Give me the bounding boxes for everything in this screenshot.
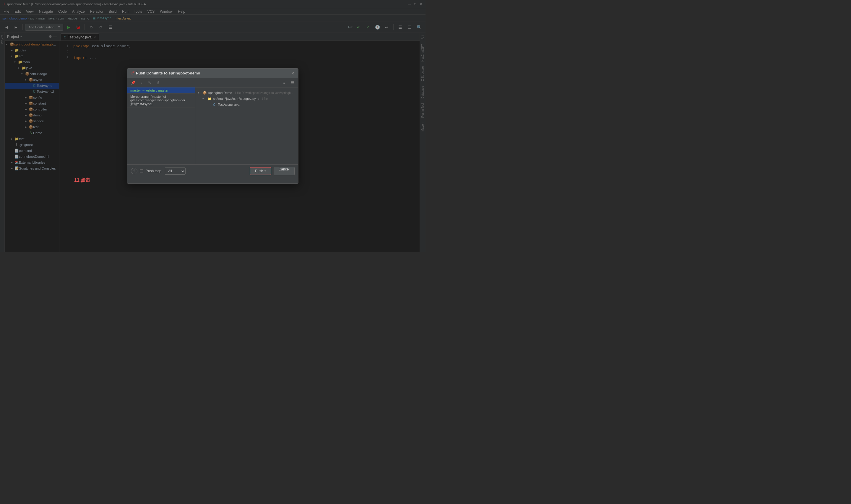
commit-submsg-0: 新增testAsync1 [130, 102, 192, 106]
modal-overlay: 𝒯 Push Commits to springboot-demo ✕ 📌 ⑂ … [0, 0, 426, 252]
modal-header: 𝒯 Push Commits to springboot-demo ✕ [127, 69, 298, 78]
modal-footer-left: ? Push tags: All [131, 167, 185, 175]
branch-target: master [158, 89, 169, 92]
modal-footer: ? Push tags: All Push ▾ Cancel [127, 164, 298, 177]
modal-tree-root[interactable]: ▾ 📦 springbootDemo 1 file D:\workspace\z… [198, 90, 296, 96]
modal-toolbar: 📌 ⑂ ✎ ⎙ ≡ ☰ [127, 78, 298, 87]
modal-src-icon: 📁 [207, 97, 212, 101]
modal-file-icon: C [212, 103, 217, 106]
push-dialog: 𝒯 Push Commits to springboot-demo ✕ 📌 ⑂ … [127, 68, 298, 184]
modal-src-arrow: ▾ [202, 97, 206, 100]
modal-pin-btn[interactable]: 📌 [130, 79, 136, 86]
modal-close-button[interactable]: ✕ [291, 71, 295, 76]
branch-arrow: → [142, 89, 146, 92]
branch-colon: : [156, 89, 158, 92]
push-btn-label: Push [255, 169, 263, 173]
modal-file-label: TestAsync.java [218, 103, 239, 106]
push-button[interactable]: Push ▾ [250, 167, 271, 175]
modal-root-info: 1 file D:\workspace\zhangxiao-java\sprin… [235, 91, 293, 94]
push-tags-checkbox[interactable] [140, 169, 143, 173]
modal-root-icon: 📦 [202, 91, 207, 95]
modal-src-info: 1 file [261, 97, 268, 101]
branch-origin-link[interactable]: origin [146, 89, 155, 92]
modal-branch-btn[interactable]: ⑂ [138, 79, 144, 86]
commit-msg-merge: Merge branch 'master' of gitee.com:xiaog… [130, 95, 192, 102]
modal-src-label: src\main\java\com\xiaoge\async [213, 97, 259, 101]
modal-root-arrow: ▾ [198, 91, 201, 94]
branch-name: master [130, 89, 141, 92]
push-tags-select[interactable]: All [165, 167, 185, 175]
modal-root-label: springbootDemo [208, 91, 232, 94]
modal-footer-right: Push ▾ Cancel [250, 167, 295, 175]
modal-file-tree: ▾ 📦 springbootDemo 1 file D:\workspace\z… [195, 87, 298, 164]
commit-branch-header[interactable]: master → origin : master [127, 87, 195, 94]
annotation-11: 11.点击 [74, 177, 242, 183]
help-button[interactable]: ? [131, 168, 138, 174]
modal-body: master → origin : master Merge branch 'm… [127, 87, 298, 164]
push-btn-dropdown-icon[interactable]: ▾ [265, 169, 266, 173]
modal-copy-btn[interactable]: ⎙ [155, 79, 161, 86]
modal-tree-file[interactable]: C TestAsync.java [198, 102, 296, 108]
push-tags-label: Push tags: [146, 169, 163, 173]
cancel-button[interactable]: Cancel [274, 167, 295, 175]
modal-tree-src[interactable]: ▾ 📁 src\main\java\com\xiaoge\async 1 fil… [198, 96, 296, 102]
modal-edit-btn[interactable]: ✎ [146, 79, 153, 86]
modal-commits-list: master → origin : master Merge branch 'm… [127, 87, 195, 164]
commit-item-0[interactable]: Merge branch 'master' of gitee.com:xiaog… [127, 94, 195, 108]
modal-filter-btn[interactable]: ☰ [289, 79, 296, 86]
branch-line: master → origin : master [130, 89, 192, 92]
modal-logo: 𝒯 [131, 71, 133, 76]
modal-title: Push Commits to springboot-demo [136, 71, 200, 75]
modal-sort-btn[interactable]: ≡ [281, 79, 288, 86]
